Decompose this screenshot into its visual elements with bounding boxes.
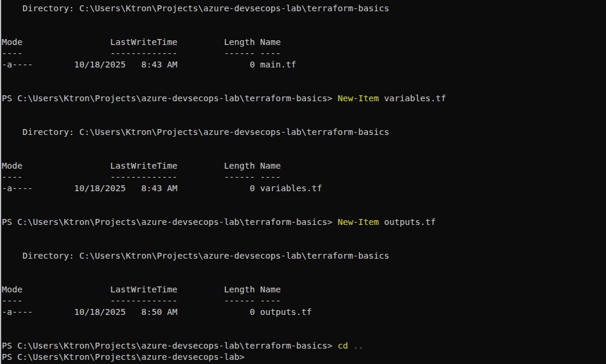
terminal-line <box>2 115 606 127</box>
argument-token: .. <box>348 341 363 350</box>
terminal-text: ---- ------------- ------ ---- <box>2 296 281 305</box>
terminal-text: -a---- 10/18/2025 8:43 AM 0 main.tf <box>2 60 296 69</box>
terminal-text: -a---- 10/18/2025 8:50 AM 0 outputs.tf <box>2 307 312 317</box>
terminal-text: ---- ------------- ------ ---- <box>2 172 281 182</box>
terminal-line: Directory: C:\Users\Ktron\Projects\azure… <box>2 127 606 138</box>
terminal-line: Mode LastWriteTime Length Name <box>2 37 606 48</box>
terminal-line: PS C:\Users\Ktron\Projects\azure-devseco… <box>2 217 606 228</box>
terminal-line: Mode LastWriteTime Length Name <box>2 284 606 295</box>
command-token: cd <box>337 341 347 350</box>
terminal-line <box>2 273 606 284</box>
terminal-text: Directory: C:\Users\Ktron\Projects\azure… <box>2 4 389 13</box>
terminal-line <box>2 262 606 273</box>
terminal-text: -a---- 10/18/2025 8:43 AM 0 variables.tf <box>2 183 322 193</box>
terminal-line <box>2 194 606 205</box>
terminal-text: PS C:\Users\Ktron\Projects\azure-devseco… <box>2 352 244 362</box>
terminal-text: PS C:\Users\Ktron\Projects\azure-devseco… <box>2 94 337 103</box>
terminal-text: Mode LastWriteTime Length Name <box>2 37 281 47</box>
terminal-line: PS C:\Users\Ktron\Projects\azure-devseco… <box>2 352 606 363</box>
terminal-line: ---- ------------- ------ ---- <box>2 295 606 307</box>
terminal-text: variables.tf <box>379 94 446 103</box>
terminal-line: Directory: C:\Users\Ktron\Projects\azure… <box>2 250 606 262</box>
terminal-line: PS C:\Users\Ktron\Projects\azure-devseco… <box>2 340 606 352</box>
terminal-text: PS C:\Users\Ktron\Projects\azure-devseco… <box>2 217 337 227</box>
terminal-text: PS C:\Users\Ktron\Projects\azure-devseco… <box>2 341 337 350</box>
terminal-line <box>2 14 606 25</box>
terminal-line: ---- ------------- ------ ---- <box>2 48 606 59</box>
terminal-line <box>2 205 606 217</box>
terminal-line: PS C:\Users\Ktron\Projects\azure-devseco… <box>2 93 606 104</box>
terminal-line: -a---- 10/18/2025 8:43 AM 0 variables.tf <box>2 183 606 194</box>
terminal-text: ---- ------------- ------ ---- <box>2 49 281 58</box>
terminal-line <box>2 104 606 115</box>
terminal-line: ---- ------------- ------ ---- <box>2 172 606 183</box>
terminal-text: Directory: C:\Users\Ktron\Projects\azure… <box>2 251 389 260</box>
terminal-line <box>2 25 606 37</box>
terminal-line <box>2 318 606 329</box>
terminal-line: Directory: C:\Users\Ktron\Projects\azure… <box>2 3 606 14</box>
terminal-line <box>2 82 606 93</box>
terminal-text: Directory: C:\Users\Ktron\Projects\azure… <box>2 127 389 137</box>
terminal-text: outputs.tf <box>379 217 436 227</box>
terminal-line <box>2 239 606 250</box>
terminal-line: -a---- 10/18/2025 8:50 AM 0 outputs.tf <box>2 307 606 318</box>
command-token: New-Item <box>337 217 379 227</box>
terminal-line <box>2 228 606 239</box>
terminal-line: -a---- 10/18/2025 8:43 AM 0 main.tf <box>2 59 606 70</box>
terminal-text: Mode LastWriteTime Length Name <box>2 161 281 170</box>
terminal-line <box>2 149 606 160</box>
terminal-line <box>2 138 606 149</box>
terminal-text: Mode LastWriteTime Length Name <box>2 285 281 294</box>
command-token: New-Item <box>337 94 379 103</box>
powershell-terminal[interactable]: Directory: C:\Users\Ktron\Projects\azure… <box>0 0 606 364</box>
terminal-line <box>2 329 606 340</box>
terminal-line: Mode LastWriteTime Length Name <box>2 160 606 172</box>
terminal-line <box>2 70 606 82</box>
